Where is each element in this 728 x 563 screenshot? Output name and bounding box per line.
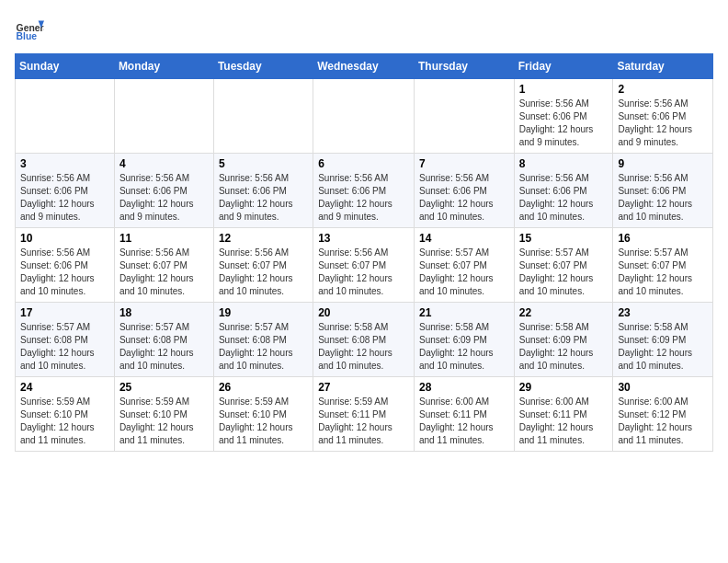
- day-number: 16: [618, 232, 708, 245]
- calendar-cell: [16, 79, 115, 154]
- day-info: Sunrise: 5:56 AM Sunset: 6:07 PM Dayligh…: [119, 247, 209, 298]
- calendar-cell: 17Sunrise: 5:57 AM Sunset: 6:08 PM Dayli…: [16, 303, 115, 377]
- day-number: 27: [318, 381, 409, 394]
- day-info: Sunrise: 5:56 AM Sunset: 6:06 PM Dayligh…: [20, 172, 109, 224]
- calendar-cell: 25Sunrise: 5:59 AM Sunset: 6:10 PM Dayli…: [114, 377, 213, 452]
- day-info: Sunrise: 5:56 AM Sunset: 6:06 PM Dayligh…: [419, 172, 509, 224]
- day-info: Sunrise: 5:58 AM Sunset: 6:09 PM Dayligh…: [519, 321, 609, 373]
- day-info: Sunrise: 5:56 AM Sunset: 6:06 PM Dayligh…: [119, 172, 209, 224]
- day-number: 26: [219, 381, 308, 394]
- logo: General Blue: [15, 15, 44, 44]
- calendar-cell: 30Sunrise: 6:00 AM Sunset: 6:12 PM Dayli…: [613, 377, 713, 452]
- day-number: 2: [618, 83, 708, 96]
- day-number: 24: [20, 381, 109, 394]
- calendar-cell: 23Sunrise: 5:58 AM Sunset: 6:09 PM Dayli…: [613, 303, 713, 377]
- day-number: 11: [119, 232, 209, 245]
- day-info: Sunrise: 5:56 AM Sunset: 6:07 PM Dayligh…: [318, 247, 409, 298]
- day-number: 21: [419, 306, 509, 319]
- day-info: Sunrise: 5:57 AM Sunset: 6:08 PM Dayligh…: [20, 321, 109, 373]
- weekday-header-thursday: Thursday: [414, 54, 514, 79]
- day-info: Sunrise: 6:00 AM Sunset: 6:12 PM Dayligh…: [618, 396, 708, 447]
- weekday-header-tuesday: Tuesday: [213, 54, 313, 79]
- day-number: 12: [219, 232, 308, 245]
- calendar-cell: 11Sunrise: 5:56 AM Sunset: 6:07 PM Dayli…: [114, 228, 213, 303]
- day-number: 22: [519, 306, 609, 319]
- day-number: 8: [519, 157, 609, 170]
- day-number: 18: [119, 306, 209, 319]
- weekday-header-monday: Monday: [114, 54, 213, 79]
- weekday-header-wednesday: Wednesday: [313, 54, 415, 79]
- calendar-cell: 18Sunrise: 5:57 AM Sunset: 6:08 PM Dayli…: [114, 303, 213, 377]
- calendar-cell: 3Sunrise: 5:56 AM Sunset: 6:06 PM Daylig…: [16, 154, 115, 228]
- day-info: Sunrise: 5:56 AM Sunset: 6:06 PM Dayligh…: [618, 172, 708, 224]
- day-info: Sunrise: 5:59 AM Sunset: 6:11 PM Dayligh…: [318, 396, 409, 447]
- calendar-cell: 19Sunrise: 5:57 AM Sunset: 6:08 PM Dayli…: [213, 303, 313, 377]
- calendar-cell: 5Sunrise: 5:56 AM Sunset: 6:06 PM Daylig…: [213, 154, 313, 228]
- svg-text:Blue: Blue: [17, 31, 38, 41]
- calendar-cell: 14Sunrise: 5:57 AM Sunset: 6:07 PM Dayli…: [414, 228, 514, 303]
- calendar-cell: [414, 79, 514, 154]
- calendar-week-4: 17Sunrise: 5:57 AM Sunset: 6:08 PM Dayli…: [16, 303, 713, 377]
- day-number: 5: [219, 157, 308, 170]
- day-info: Sunrise: 5:56 AM Sunset: 6:06 PM Dayligh…: [219, 172, 308, 224]
- calendar-cell: 16Sunrise: 5:57 AM Sunset: 6:07 PM Dayli…: [613, 228, 713, 303]
- weekday-header-friday: Friday: [514, 54, 613, 79]
- calendar-week-3: 10Sunrise: 5:56 AM Sunset: 6:06 PM Dayli…: [16, 228, 713, 303]
- day-number: 10: [20, 232, 109, 245]
- calendar-table: SundayMondayTuesdayWednesdayThursdayFrid…: [15, 53, 713, 452]
- calendar-cell: 28Sunrise: 6:00 AM Sunset: 6:11 PM Dayli…: [414, 377, 514, 452]
- calendar-cell: 4Sunrise: 5:56 AM Sunset: 6:06 PM Daylig…: [114, 154, 213, 228]
- day-info: Sunrise: 6:00 AM Sunset: 6:11 PM Dayligh…: [519, 396, 609, 447]
- day-number: 30: [618, 381, 708, 394]
- calendar-week-5: 24Sunrise: 5:59 AM Sunset: 6:10 PM Dayli…: [16, 377, 713, 452]
- day-number: 29: [519, 381, 609, 394]
- day-number: 25: [119, 381, 209, 394]
- calendar-cell: 27Sunrise: 5:59 AM Sunset: 6:11 PM Dayli…: [313, 377, 415, 452]
- calendar-cell: 8Sunrise: 5:56 AM Sunset: 6:06 PM Daylig…: [514, 154, 613, 228]
- day-info: Sunrise: 5:56 AM Sunset: 6:06 PM Dayligh…: [519, 98, 609, 149]
- calendar-cell: 1Sunrise: 5:56 AM Sunset: 6:06 PM Daylig…: [514, 79, 613, 154]
- calendar-cell: 6Sunrise: 5:56 AM Sunset: 6:06 PM Daylig…: [313, 154, 415, 228]
- day-info: Sunrise: 5:57 AM Sunset: 6:07 PM Dayligh…: [519, 247, 609, 298]
- calendar-cell: 10Sunrise: 5:56 AM Sunset: 6:06 PM Dayli…: [16, 228, 115, 303]
- day-info: Sunrise: 6:00 AM Sunset: 6:11 PM Dayligh…: [419, 396, 509, 447]
- calendar-body: 1Sunrise: 5:56 AM Sunset: 6:06 PM Daylig…: [16, 79, 713, 452]
- calendar-cell: 22Sunrise: 5:58 AM Sunset: 6:09 PM Dayli…: [514, 303, 613, 377]
- calendar-header-row: SundayMondayTuesdayWednesdayThursdayFrid…: [16, 54, 713, 79]
- day-info: Sunrise: 5:56 AM Sunset: 6:06 PM Dayligh…: [618, 98, 708, 149]
- day-number: 9: [618, 157, 708, 170]
- day-number: 28: [419, 381, 509, 394]
- day-number: 20: [318, 306, 409, 319]
- day-number: 7: [419, 157, 509, 170]
- weekday-header-saturday: Saturday: [613, 54, 713, 79]
- day-info: Sunrise: 5:57 AM Sunset: 6:07 PM Dayligh…: [618, 247, 708, 298]
- day-info: Sunrise: 5:56 AM Sunset: 6:06 PM Dayligh…: [20, 247, 109, 298]
- calendar-cell: 7Sunrise: 5:56 AM Sunset: 6:06 PM Daylig…: [414, 154, 514, 228]
- day-info: Sunrise: 5:59 AM Sunset: 6:10 PM Dayligh…: [219, 396, 308, 447]
- calendar-cell: 20Sunrise: 5:58 AM Sunset: 6:08 PM Dayli…: [313, 303, 415, 377]
- calendar-cell: 13Sunrise: 5:56 AM Sunset: 6:07 PM Dayli…: [313, 228, 415, 303]
- day-number: 17: [20, 306, 109, 319]
- calendar-cell: 29Sunrise: 6:00 AM Sunset: 6:11 PM Dayli…: [514, 377, 613, 452]
- calendar-cell: 9Sunrise: 5:56 AM Sunset: 6:06 PM Daylig…: [613, 154, 713, 228]
- weekday-header-sunday: Sunday: [16, 54, 115, 79]
- day-number: 1: [519, 83, 609, 96]
- day-number: 14: [419, 232, 509, 245]
- day-info: Sunrise: 5:56 AM Sunset: 6:06 PM Dayligh…: [519, 172, 609, 224]
- day-number: 15: [519, 232, 609, 245]
- calendar-cell: 15Sunrise: 5:57 AM Sunset: 6:07 PM Dayli…: [514, 228, 613, 303]
- day-info: Sunrise: 5:58 AM Sunset: 6:08 PM Dayligh…: [318, 321, 409, 373]
- day-info: Sunrise: 5:59 AM Sunset: 6:10 PM Dayligh…: [119, 396, 209, 447]
- page-header: General Blue: [15, 15, 713, 44]
- day-number: 3: [20, 157, 109, 170]
- calendar-cell: [114, 79, 213, 154]
- day-info: Sunrise: 5:57 AM Sunset: 6:07 PM Dayligh…: [419, 247, 509, 298]
- calendar-cell: 2Sunrise: 5:56 AM Sunset: 6:06 PM Daylig…: [613, 79, 713, 154]
- calendar-cell: 12Sunrise: 5:56 AM Sunset: 6:07 PM Dayli…: [213, 228, 313, 303]
- calendar-week-1: 1Sunrise: 5:56 AM Sunset: 6:06 PM Daylig…: [16, 79, 713, 154]
- day-info: Sunrise: 5:58 AM Sunset: 6:09 PM Dayligh…: [419, 321, 509, 373]
- day-number: 13: [318, 232, 409, 245]
- day-number: 4: [119, 157, 209, 170]
- day-info: Sunrise: 5:59 AM Sunset: 6:10 PM Dayligh…: [20, 396, 109, 447]
- day-info: Sunrise: 5:57 AM Sunset: 6:08 PM Dayligh…: [219, 321, 308, 373]
